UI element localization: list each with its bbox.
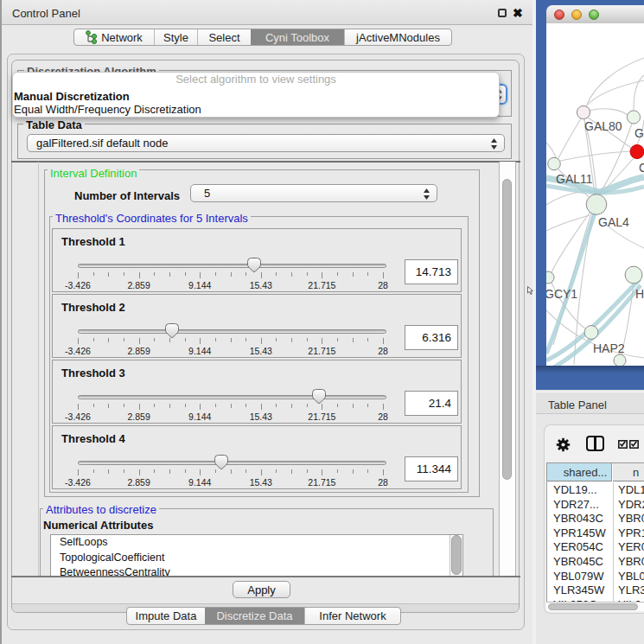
svg-text:GAL11: GAL11 <box>556 172 593 186</box>
svg-text:GAL80: GAL80 <box>584 119 622 133</box>
svg-text:C: C <box>639 161 644 175</box>
svg-text:HAP2: HAP2 <box>593 341 625 355</box>
svg-text:H: H <box>635 287 644 301</box>
svg-text:GAL4: GAL4 <box>598 215 629 229</box>
svg-text:GA: GA <box>634 126 644 140</box>
svg-text:GCY1: GCY1 <box>546 287 577 301</box>
